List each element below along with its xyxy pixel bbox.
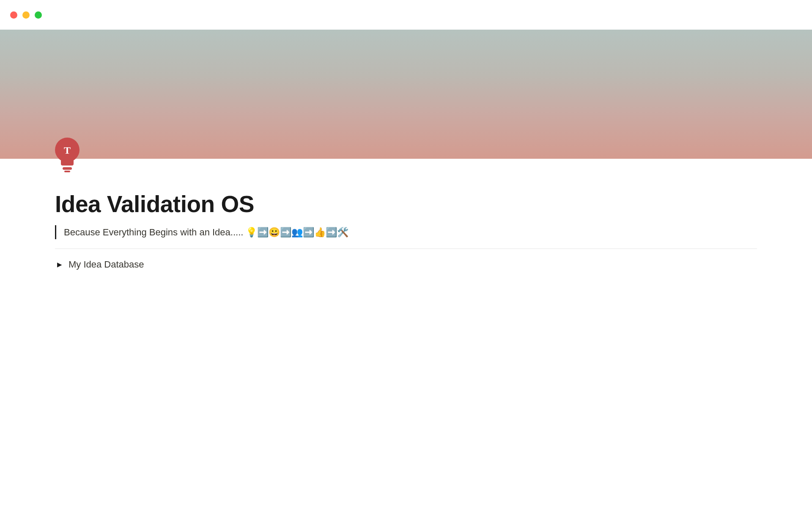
toggle-idea-database[interactable]: ▶ My Idea Database [55, 257, 757, 272]
svg-text:T: T [64, 145, 71, 156]
svg-rect-3 [64, 171, 70, 172]
toggle-arrow-icon: ▶ [55, 261, 64, 268]
window-minimize-button[interactable] [22, 11, 30, 19]
toggle-label: My Idea Database [69, 259, 144, 270]
page-body: T Idea Validation OS Because Everything … [0, 159, 812, 272]
window-close-button[interactable] [10, 11, 17, 19]
window-controls [0, 0, 812, 30]
page-icon[interactable]: T [55, 138, 80, 172]
svg-rect-2 [63, 167, 72, 170]
lightbulb-icon: T [55, 138, 80, 172]
quote-block[interactable]: Because Everything Begins with an Idea..… [55, 225, 757, 239]
page-title[interactable]: Idea Validation OS [55, 190, 757, 218]
cover-image[interactable] [0, 30, 812, 159]
window-maximize-button[interactable] [35, 11, 42, 19]
divider [55, 248, 757, 249]
quote-text: Because Everything Begins with an Idea..… [64, 225, 757, 239]
